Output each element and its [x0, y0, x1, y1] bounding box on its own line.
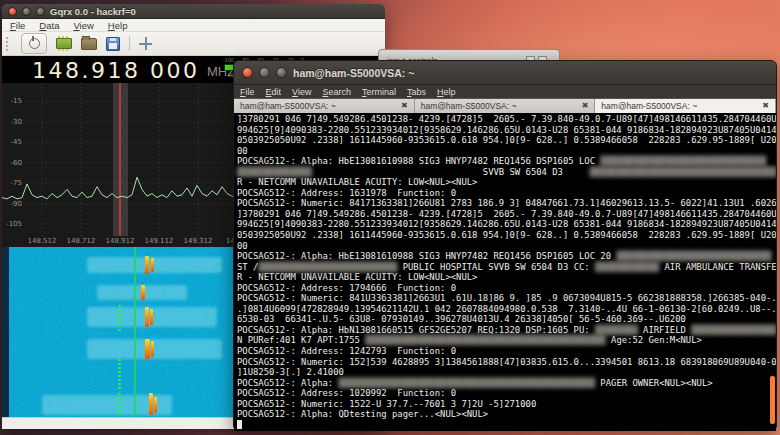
waterfall-orange-streak	[149, 393, 153, 415]
redacted-text: ████████	[595, 325, 638, 335]
spectrum-x-label: 149.112	[145, 237, 174, 245]
terminal-tab[interactable]: ham@ham-S5000VSA: ~✖	[415, 99, 596, 113]
waterfall-orange-streak	[145, 307, 149, 327]
waterfall-greenline-streak	[134, 247, 136, 418]
terminal-titlebar[interactable]: ham@ham-S5000VSA: ~	[234, 61, 776, 85]
terminal-window: ham@ham-S5000VSA: ~ FileEditViewSearchTe…	[233, 60, 777, 429]
waterfall-left-margin	[2, 247, 9, 418]
terminal-line: 0503925050U92 .2338] 1611445960-9353615.…	[237, 230, 776, 241]
spectrum-y-label: -75	[11, 179, 22, 187]
terminal-tab[interactable]: ham@ham-S5000VSA: ~✖	[234, 99, 415, 113]
meter-scale-label: -100	[223, 57, 234, 63]
terminal-tab[interactable]: ham@ham-S5000VSA: ~✖	[595, 99, 776, 113]
tab-close-icon[interactable]: ✖	[582, 102, 589, 110]
scrollbar-thumb[interactable]	[770, 376, 775, 424]
terminal-window-title: ham@ham-S5000VSA: ~	[293, 67, 414, 79]
menu-item-edit[interactable]: Edit	[266, 87, 282, 97]
terminal-tabbar: ham@ham-S5000VSA: ~✖ham@ham-S5000VSA: ~✖…	[234, 98, 776, 113]
menu-item-tabs[interactable]: Tabs	[407, 87, 426, 97]
terminal-line: ]3780291 046 7]49.549286.4501238- 4239.[…	[237, 114, 776, 125]
terminal-line: R - NETCOMM UNAVAILABLE ACUITY: LOW<NUL>…	[237, 272, 776, 283]
terminal-line: .]0814U6099[472828949.13954621142U.1 042…	[237, 304, 776, 315]
spectrum-y-label: -90	[11, 200, 22, 208]
terminal-cursor	[237, 420, 242, 430]
tab-label: ham@ham-S5000VSA: ~	[601, 101, 697, 111]
terminal-line: POCSAG512-: Numeric: 152]539 4628895 3]1…	[237, 357, 776, 368]
terminal-line: POCSAG512-: Address: 1242793 Function: 0	[237, 346, 776, 357]
tab-label: ham@ham-S5000VSA: ~	[240, 101, 336, 111]
waterfall-orange-streak	[150, 309, 153, 325]
minimize-button[interactable]	[259, 67, 270, 78]
menu-item-file[interactable]: File	[10, 20, 25, 31]
menu-item-view[interactable]: View	[292, 87, 311, 97]
terminal-line: POCSAG512-: Numeric: 841U3363381]2663U1 …	[237, 293, 776, 304]
terminal-menubar: FileEditViewSearchTerminalTabsHelp	[234, 85, 776, 98]
menu-item-data[interactable]: Data	[39, 20, 59, 31]
minimize-button[interactable]	[22, 7, 31, 16]
spectrum-y-label: -105	[6, 220, 22, 228]
terminal-line: ]1U8250-3[.] 2.41000	[237, 367, 776, 378]
terminal-line: ██████████████ SVVB SW 6504 D3 █████████…	[237, 167, 776, 178]
terminal-line: POCSAG512-: Alpha: █████████████████████…	[237, 378, 776, 389]
toolbar-separator	[129, 36, 130, 51]
tab-close-icon[interactable]: ✖	[401, 102, 408, 110]
close-button[interactable]	[242, 67, 253, 78]
waterfall-orange-streak	[145, 256, 149, 274]
save-floppy-icon[interactable]	[106, 37, 120, 51]
waterfall-display[interactable]	[2, 247, 235, 418]
spectrum-x-label: 148.912	[106, 237, 135, 245]
start-dsp-button[interactable]	[21, 33, 47, 54]
waterfall-orange-streak	[145, 339, 150, 359]
gqrx-window-title: Gqrx 0.0 - hackrf=0	[50, 6, 136, 17]
terminal-line: ]3780291 046 7]49.549286.4501238- 4239.[…	[237, 209, 776, 220]
power-icon	[29, 38, 40, 49]
terminal-line: 00	[237, 146, 776, 157]
gqrx-menubar: FileDataViewHelp	[2, 19, 385, 32]
terminal-line: 0503925050U92 .2338] 1611445960-9353615.…	[237, 135, 776, 146]
terminal-output[interactable]: ]3780291 046 7]49.549286.4501238- 4239.[…	[234, 113, 776, 431]
waterfall-orange-streak	[151, 341, 154, 357]
close-button[interactable]	[8, 7, 17, 16]
waterfall-noise-streak	[87, 257, 222, 273]
maximize-button[interactable]	[276, 67, 287, 78]
spectrum-x-label: 148.512	[28, 237, 57, 245]
waterfall-orange-streak	[141, 285, 145, 300]
menu-item-terminal[interactable]: Terminal	[362, 87, 396, 97]
spectrum-y-label: -60	[11, 159, 22, 167]
menu-item-help[interactable]: Help	[437, 87, 456, 97]
terminal-line: R - NETCOMM UNAVAILABLE ACUITY: LOW<NUL>…	[237, 177, 776, 188]
device-chip-icon[interactable]	[56, 38, 72, 49]
terminal-line: POCSAG512-: Address: 1794666 Function: 0	[237, 283, 776, 294]
open-folder-icon[interactable]	[81, 38, 97, 50]
terminal-line: POCSAG512-: Address: 1020992 Function: 0	[237, 388, 776, 399]
redacted-text: ███████████████████████████████████	[590, 167, 776, 177]
menu-item-file[interactable]: File	[240, 87, 255, 97]
menu-item-search[interactable]: Search	[322, 87, 351, 97]
terminal-line: 6530-03 66341-.U.5- 63U8- 07930149..3962…	[237, 314, 776, 325]
redacted-text: ██████████████████████████	[258, 262, 397, 272]
gqrx-titlebar[interactable]: Gqrx 0.0 - hackrf=0	[2, 4, 385, 19]
redacted-text: ███████████████████████████████	[600, 156, 766, 166]
retune-crosshair-icon[interactable]	[139, 37, 152, 50]
menu-item-help[interactable]: Help	[108, 20, 128, 31]
terminal-line: 994625[9]4090383-2280.551233934012[93586…	[237, 219, 776, 230]
redacted-text: ████████████████████████████████████████…	[365, 335, 605, 345]
menu-item-view[interactable]: View	[73, 20, 93, 31]
terminal-line: 00	[237, 241, 776, 252]
tab-label: ham@ham-S5000VSA: ~	[421, 101, 517, 111]
waterfall-greendash-streak	[118, 393, 121, 417]
waterfall-orange-streak	[154, 397, 157, 413]
maximize-button[interactable]	[36, 7, 45, 16]
spectrum-y-label: -15	[11, 97, 22, 105]
terminal-line: POCSAG512-: Numeric: 1522-U 37.7.--7601 …	[237, 399, 776, 410]
terminal-line: POCSAG512-: Alpha: HbE13081610988 SIG3 H…	[237, 251, 776, 262]
terminal-line: N PURef:401 K7 APT:1755 ████████████████…	[237, 335, 776, 346]
redacted-text: █████████████████████████████	[616, 251, 771, 261]
redacted-text: ██████████████	[237, 167, 312, 177]
terminal-line: POCSAG512-: Alpha: QDtesting pager...<NU…	[237, 409, 776, 420]
redacted-text: ████████████	[595, 262, 659, 272]
terminal-line: POCSAG512-: Alpha: HbN13081660515 GFS2GE…	[237, 325, 776, 336]
frequency-value[interactable]: 148.918 000	[32, 58, 199, 83]
tab-close-icon[interactable]: ✖	[762, 102, 769, 110]
waterfall-orange-streak	[151, 258, 154, 272]
